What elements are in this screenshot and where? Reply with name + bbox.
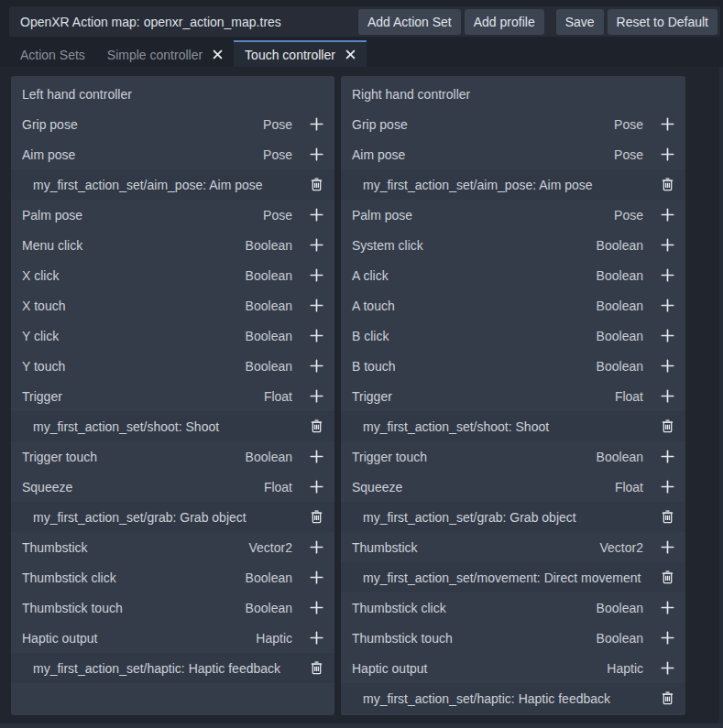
action-label: Menu click [22, 238, 246, 253]
add-binding-button[interactable] [658, 204, 676, 226]
plus-icon [661, 450, 674, 463]
add-binding-button[interactable] [307, 295, 325, 317]
tab-simple-controller[interactable]: Simple controller [96, 40, 234, 67]
add-binding-button[interactable] [658, 597, 676, 619]
action-row-b-click: B clickBoolean [341, 321, 685, 351]
delete-binding-button[interactable] [658, 506, 676, 528]
tab-touch-controller[interactable]: Touch controller [234, 40, 367, 67]
delete-binding-button[interactable] [658, 567, 676, 589]
action-type: Float [615, 480, 643, 494]
add-binding-button[interactable] [307, 355, 325, 377]
panel-left-hand-controller: Left hand controllerGrip posePoseAim pos… [11, 76, 334, 715]
action-type: Boolean [246, 359, 292, 374]
action-type: Pose [614, 208, 643, 223]
add-binding-button[interactable] [307, 144, 325, 166]
add-binding-button[interactable] [658, 114, 676, 136]
close-icon [213, 49, 223, 60]
add-binding-button[interactable] [658, 295, 676, 317]
action-label: System click [352, 238, 597, 253]
action-label: Squeeze [22, 480, 264, 494]
add-binding-button[interactable] [307, 204, 325, 226]
add-binding-button[interactable] [658, 144, 676, 166]
add-binding-button[interactable] [307, 234, 325, 256]
action-label: Trigger [22, 389, 264, 404]
vertical-scrollbar[interactable] [719, 67, 723, 723]
action-label: Thumbstick click [352, 601, 597, 615]
add-binding-button[interactable] [658, 657, 676, 679]
action-row-thumbstick: ThumbstickVector2 [341, 532, 685, 562]
action-row-grip-pose: Grip posePose [341, 109, 685, 139]
reset-to-default-button[interactable]: Reset to Default [608, 9, 718, 35]
add-binding-button[interactable] [307, 114, 325, 136]
add-binding-button[interactable] [307, 537, 325, 559]
add-binding-button[interactable] [307, 386, 325, 407]
delete-binding-button[interactable] [658, 416, 676, 438]
add-binding-button[interactable] [307, 325, 325, 347]
plus-icon [661, 117, 674, 131]
delete-binding-button[interactable] [307, 416, 325, 438]
close-tab-button[interactable] [345, 49, 356, 60]
add-binding-button[interactable] [307, 265, 325, 287]
tab-bar: Action SetsSimple controllerTouch contro… [9, 40, 719, 67]
close-tab-button[interactable] [213, 49, 223, 60]
binding-row: my_first_action_set/movement: Direct mov… [341, 562, 685, 592]
add-profile-button[interactable]: Add profile [465, 9, 544, 35]
plus-icon [310, 208, 323, 222]
action-type: Haptic [256, 631, 292, 646]
delete-binding-button[interactable] [307, 657, 325, 679]
action-type: Boolean [597, 601, 643, 615]
plus-icon [310, 631, 323, 645]
action-type: Pose [614, 147, 643, 162]
horizontal-scrollbar[interactable] [0, 723, 723, 728]
action-row-aim-pose: Aim posePose [341, 139, 685, 169]
plus-icon [661, 329, 674, 342]
toolbar-buttons: Add Action SetAdd profileSaveReset to De… [355, 9, 718, 35]
binding-row: my_first_action_set/grab: Grab object [341, 502, 685, 532]
binding-label: my_first_action_set/haptic: Haptic feedb… [33, 661, 307, 676]
plus-icon [310, 570, 323, 584]
add-action-set-button[interactable]: Add Action Set [358, 9, 461, 35]
delete-binding-button[interactable] [658, 174, 676, 196]
action-type: Pose [614, 117, 643, 132]
delete-binding-button[interactable] [307, 506, 325, 528]
panel-header: Left hand controller [11, 79, 334, 109]
plus-icon [310, 450, 323, 463]
add-binding-button[interactable] [658, 386, 676, 407]
action-label: Aim pose [22, 147, 263, 162]
action-label: Aim pose [352, 147, 614, 162]
panel-title: Right hand controller [352, 87, 676, 102]
add-binding-button[interactable] [307, 567, 325, 589]
action-label: Palm pose [22, 208, 263, 223]
tab-action-sets[interactable]: Action Sets [9, 40, 96, 67]
tab-label: Simple controller [107, 48, 203, 62]
add-binding-button[interactable] [658, 234, 676, 256]
plus-icon [310, 480, 323, 494]
add-binding-button[interactable] [658, 627, 676, 649]
add-binding-button[interactable] [658, 265, 676, 287]
add-binding-button[interactable] [658, 325, 676, 347]
add-binding-button[interactable] [658, 537, 676, 559]
action-type: Pose [263, 147, 292, 162]
add-binding-button[interactable] [307, 627, 325, 649]
add-binding-button[interactable] [658, 476, 676, 498]
plus-icon [661, 661, 674, 675]
add-binding-button[interactable] [658, 446, 676, 468]
action-row-b-touch: B touchBoolean [341, 351, 685, 381]
save-button[interactable]: Save [556, 9, 604, 35]
action-type: Boolean [246, 329, 292, 343]
add-binding-button[interactable] [307, 446, 325, 468]
action-row-y-click: Y clickBoolean [11, 321, 334, 351]
binding-label: my_first_action_set/grab: Grab object [363, 510, 658, 525]
add-binding-button[interactable] [307, 597, 325, 619]
trash-icon [662, 510, 674, 524]
toolbar: OpenXR Action map: openxr_action_map.tre… [9, 6, 720, 37]
action-type: Boolean [597, 359, 643, 374]
add-binding-button[interactable] [658, 355, 676, 377]
action-row-thumbstick: ThumbstickVector2 [11, 532, 334, 562]
add-binding-button[interactable] [307, 476, 325, 498]
delete-binding-button[interactable] [307, 174, 325, 196]
action-label: Trigger touch [352, 450, 597, 464]
action-row-haptic-output: Haptic outputHaptic [11, 623, 334, 653]
tab-label: Action Sets [20, 48, 85, 62]
delete-binding-button[interactable] [658, 688, 676, 710]
